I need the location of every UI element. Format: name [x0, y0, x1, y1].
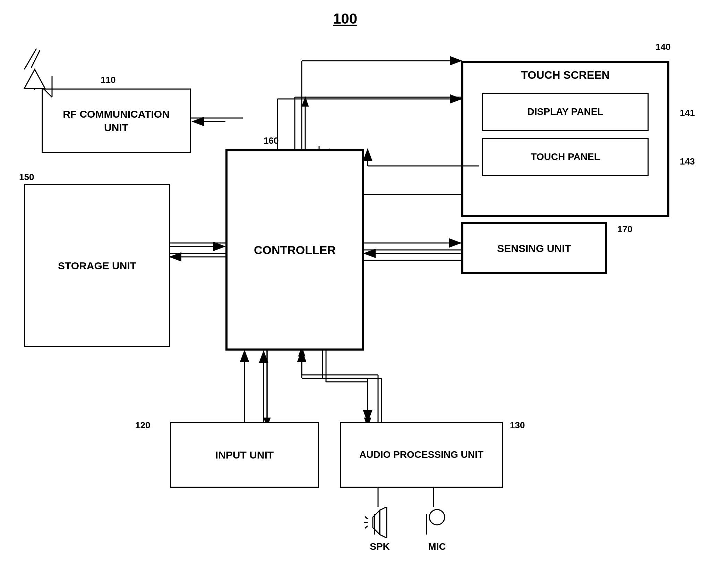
ref-143: 143	[680, 156, 695, 167]
svg-line-28	[365, 526, 368, 528]
rf-unit-label: RF COMMUNICATION UNIT	[63, 107, 170, 134]
svg-marker-26	[373, 510, 380, 535]
sensing-unit-label: SENSING UNIT	[497, 242, 571, 255]
svg-marker-27	[380, 507, 387, 538]
mic-label: MIC	[427, 541, 447, 552]
sensing-unit-box: SENSING UNIT	[461, 222, 607, 274]
touch-screen-outer-box: TOUCH SCREEN DISPLAY PANEL TOUCH PANEL	[461, 61, 669, 217]
diagram: 100 RF COMMUNICATION UNIT 110 TOUCH SCRE…	[0, 0, 728, 580]
svg-point-31	[429, 510, 445, 525]
rf-communication-unit-box: RF COMMUNICATION UNIT	[42, 89, 191, 153]
display-panel-box: DISPLAY PANEL	[482, 93, 649, 131]
ref-160: 160	[264, 135, 279, 146]
ref-170: 170	[617, 224, 632, 235]
svg-marker-24	[24, 69, 45, 89]
diagram-title: 100	[333, 10, 357, 27]
svg-line-30	[365, 516, 368, 519]
storage-unit-box: STORAGE UNIT	[24, 184, 170, 347]
storage-unit-label: STORAGE UNIT	[58, 259, 136, 272]
display-panel-label: DISPLAY PANEL	[528, 106, 603, 118]
input-unit-box: INPUT UNIT	[170, 422, 319, 488]
mic-symbol: MIC	[427, 507, 447, 552]
controller-label: CONTROLLER	[254, 242, 336, 258]
controller-box: CONTROLLER	[225, 149, 364, 351]
ref-140: 140	[656, 42, 670, 52]
antenna-icon	[21, 49, 49, 92]
touch-panel-label: TOUCH PANEL	[531, 151, 600, 163]
audio-unit-label: AUDIO PROCESSING UNIT	[359, 448, 483, 461]
ref-120: 120	[135, 420, 150, 431]
spk-symbol: SPK	[364, 507, 395, 552]
ref-141: 141	[680, 108, 695, 118]
ref-110: 110	[101, 75, 115, 85]
input-unit-label: INPUT UNIT	[215, 448, 274, 462]
svg-line-23	[31, 50, 40, 68]
audio-processing-unit-box: AUDIO PROCESSING UNIT	[340, 422, 503, 488]
ref-150: 150	[19, 172, 34, 183]
touch-panel-box: TOUCH PANEL	[482, 138, 649, 176]
touch-screen-label: TOUCH SCREEN	[469, 68, 662, 83]
spk-label: SPK	[364, 541, 395, 552]
ref-130: 130	[510, 420, 525, 431]
